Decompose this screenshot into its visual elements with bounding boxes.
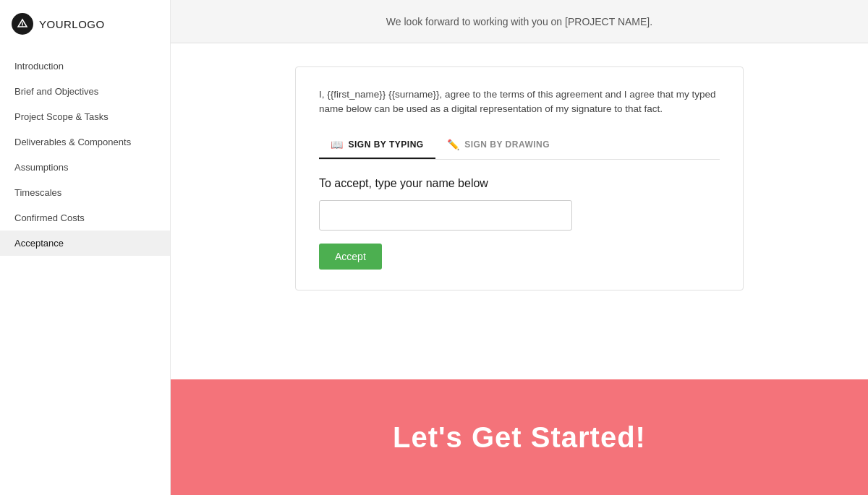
tab-sign-typing-label: SIGN BY TYPING — [349, 139, 424, 150]
footer-banner: Let's Get Started! — [171, 379, 868, 495]
acceptance-card: I, {{first_name}} {{surname}}, agree to … — [295, 66, 744, 290]
logo-container: YOURLOGO — [0, 0, 170, 48]
tab-sign-typing[interactable]: 📖 SIGN BY TYPING — [319, 132, 435, 159]
sidebar-item-confirmed-costs[interactable]: Confirmed Costs — [0, 205, 170, 231]
sidebar-item-timescales[interactable]: Timescales — [0, 180, 170, 205]
sidebar-item-deliverables[interactable]: Deliverables & Components — [0, 129, 170, 155]
svg-point-2 — [22, 25, 22, 26]
sidebar-item-assumptions[interactable]: Assumptions — [0, 155, 170, 180]
sidebar-nav: Introduction Brief and Objectives Projec… — [0, 48, 170, 262]
logo-text: YOURLOGO — [39, 18, 105, 30]
footer-text: Let's Get Started! — [393, 421, 646, 454]
sidebar-item-brief-objectives[interactable]: Brief and Objectives — [0, 79, 170, 104]
top-banner: We look forward to working with you on [… — [171, 0, 868, 43]
accept-label: To accept, type your name below — [319, 177, 720, 190]
sidebar-item-project-scope[interactable]: Project Scope & Tasks — [0, 104, 170, 129]
accept-button[interactable]: Accept — [319, 244, 382, 270]
content-area: I, {{first_name}} {{surname}}, agree to … — [171, 43, 868, 379]
main-content: We look forward to working with you on [… — [171, 0, 868, 495]
agreement-text: I, {{first_name}} {{surname}}, agree to … — [319, 87, 720, 117]
logo-icon — [12, 13, 33, 35]
book-icon: 📖 — [331, 139, 344, 150]
sidebar-item-introduction[interactable]: Introduction — [0, 53, 170, 79]
pen-icon: ✏️ — [447, 139, 460, 150]
sign-tabs: 📖 SIGN BY TYPING ✏️ SIGN BY DRAWING — [319, 132, 720, 160]
name-input[interactable] — [319, 200, 572, 231]
banner-text: We look forward to working with you on [… — [386, 16, 652, 27]
tab-sign-drawing-label: SIGN BY DRAWING — [464, 139, 550, 150]
sidebar: YOURLOGO Introduction Brief and Objectiv… — [0, 0, 171, 495]
sidebar-item-acceptance[interactable]: Acceptance — [0, 231, 170, 256]
tab-sign-drawing[interactable]: ✏️ SIGN BY DRAWING — [435, 132, 561, 159]
